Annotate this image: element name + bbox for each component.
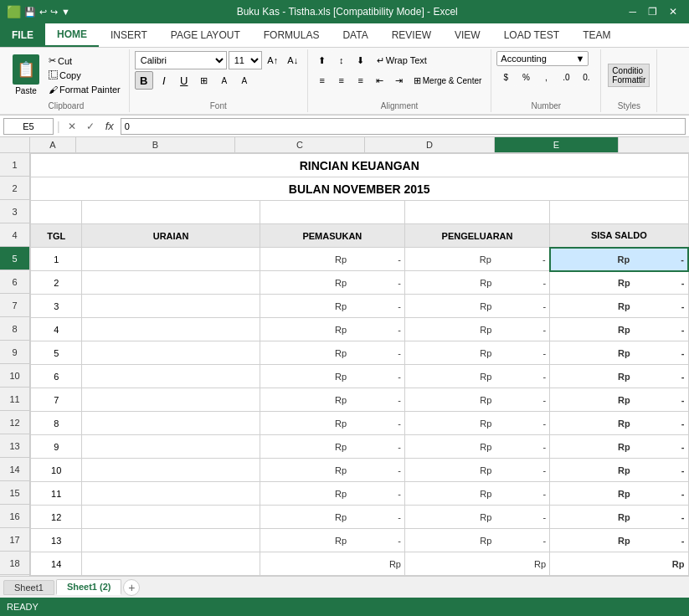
cell-c3[interactable] xyxy=(260,201,404,224)
underline-button[interactable]: U xyxy=(175,71,193,90)
cell-e13[interactable]: Rp - xyxy=(550,435,688,459)
row-num-6[interactable]: 6 xyxy=(0,270,29,294)
cell-a8[interactable]: 4 xyxy=(31,318,82,341)
cell-b3[interactable] xyxy=(82,201,260,224)
cell-e3[interactable] xyxy=(550,201,688,224)
cell-c5[interactable]: Rp - xyxy=(260,248,404,271)
cell-d10[interactable]: Rp - xyxy=(404,365,549,388)
cell-e14[interactable]: Rp - xyxy=(550,459,688,482)
cell-e16[interactable]: Rp - xyxy=(550,506,688,529)
cell-e12[interactable]: Rp - xyxy=(550,412,688,435)
font-shrink-button[interactable]: A↓ xyxy=(284,51,302,69)
cell-c13[interactable]: Rp - xyxy=(260,435,404,459)
cell-e17[interactable]: Rp - xyxy=(550,529,688,552)
format-painter-button[interactable]: 🖌 Format Painter xyxy=(45,83,124,96)
tab-view[interactable]: VIEW xyxy=(443,23,492,47)
increase-indent-button[interactable]: ⇥ xyxy=(390,71,409,90)
tab-home[interactable]: HOME xyxy=(45,23,99,47)
align-bottom-button[interactable]: ⬇ xyxy=(352,51,370,69)
cell-e15[interactable]: Rp - xyxy=(550,482,688,506)
cell-c17[interactable]: Rp - xyxy=(260,529,404,552)
cell-a12[interactable]: 8 xyxy=(31,412,82,435)
add-sheet-button[interactable]: + xyxy=(123,579,140,596)
cell-b7[interactable] xyxy=(82,295,260,318)
row-num-18[interactable]: 18 xyxy=(0,552,29,575)
cell-e5[interactable]: Rp - xyxy=(550,248,688,271)
sheet-tab-2[interactable]: Sheet1 (2) xyxy=(56,579,122,595)
row-num-8[interactable]: 8 xyxy=(0,317,29,341)
cell-c15[interactable]: Rp - xyxy=(260,482,404,506)
cell-a13[interactable]: 9 xyxy=(31,435,82,459)
align-right-button[interactable]: ≡ xyxy=(352,71,370,90)
cell-b8[interactable] xyxy=(82,318,260,341)
col-header-e[interactable]: E xyxy=(495,137,619,152)
cell-a15[interactable]: 11 xyxy=(31,482,82,506)
conditional-formatting-button[interactable]: ConditioFormattir xyxy=(608,64,650,87)
number-format-dropdown[interactable]: Accounting ▼ xyxy=(496,51,589,66)
formula-cancel-button[interactable]: ✕ xyxy=(64,118,80,135)
cell-c8[interactable]: Rp - xyxy=(260,318,404,341)
row-num-1[interactable]: 1 xyxy=(0,153,29,177)
cell-a5[interactable]: 1 xyxy=(31,248,82,271)
minimize-button[interactable]: ─ xyxy=(624,6,641,18)
quick-access-save[interactable]: 💾 xyxy=(24,7,36,18)
align-middle-button[interactable]: ↕ xyxy=(332,51,351,69)
cell-d14[interactable]: Rp - xyxy=(404,459,549,482)
window-controls[interactable]: ─ ❐ ✕ xyxy=(624,6,682,18)
row-num-11[interactable]: 11 xyxy=(0,388,29,411)
comma-button[interactable]: , xyxy=(537,68,555,86)
cell-d5[interactable]: Rp - xyxy=(404,248,549,271)
cell-a10[interactable]: 6 xyxy=(31,365,82,388)
border-button[interactable]: ⊞ xyxy=(195,71,213,90)
cell-c10[interactable]: Rp - xyxy=(260,365,404,388)
font-name-select[interactable]: Calibri xyxy=(135,51,227,69)
quick-access-undo[interactable]: ↩ xyxy=(39,7,47,18)
row-num-7[interactable]: 7 xyxy=(0,294,29,317)
row-num-9[interactable]: 9 xyxy=(0,341,29,364)
cell-c12[interactable]: Rp - xyxy=(260,412,404,435)
cell-b17[interactable] xyxy=(82,529,260,552)
tab-team[interactable]: TEAM xyxy=(571,23,622,47)
formula-confirm-button[interactable]: ✓ xyxy=(82,118,99,135)
cell-a14[interactable]: 10 xyxy=(31,459,82,482)
decrease-indent-button[interactable]: ⇤ xyxy=(371,71,389,90)
cell-a6[interactable]: 2 xyxy=(31,271,82,295)
tab-data[interactable]: DATA xyxy=(331,23,379,47)
currency-button[interactable]: $ xyxy=(496,68,515,86)
cell-e9[interactable]: Rp - xyxy=(550,341,688,365)
font-grow-button[interactable]: A↑ xyxy=(264,51,282,69)
cell-a3[interactable] xyxy=(31,201,82,224)
row-num-17[interactable]: 17 xyxy=(0,528,29,552)
align-top-button[interactable]: ⬆ xyxy=(313,51,332,69)
copy-button[interactable]: ⿺ Copy xyxy=(45,69,124,82)
font-color-button[interactable]: A xyxy=(235,71,254,90)
decrease-decimal-button[interactable]: .0 xyxy=(557,68,575,86)
row-num-16[interactable]: 16 xyxy=(0,505,29,528)
cell-a11[interactable]: 7 xyxy=(31,388,82,412)
close-button[interactable]: ✕ xyxy=(664,6,682,18)
paste-button[interactable]: 📋 Paste xyxy=(8,52,44,98)
cell-e11[interactable]: Rp - xyxy=(550,388,688,412)
cell-d15[interactable]: Rp - xyxy=(404,482,549,506)
cell-d18[interactable]: Rp xyxy=(404,552,549,576)
cell-d17[interactable]: Rp - xyxy=(404,529,549,552)
sheet-tab-1[interactable]: Sheet1 xyxy=(3,580,54,595)
italic-button[interactable]: I xyxy=(155,71,173,90)
cell-c7[interactable]: Rp - xyxy=(260,295,404,318)
cell-a9[interactable]: 5 xyxy=(31,341,82,365)
row-num-10[interactable]: 10 xyxy=(0,364,29,388)
quick-access-more[interactable]: ▼ xyxy=(61,7,70,17)
formula-input[interactable] xyxy=(121,118,686,135)
tab-page-layout[interactable]: PAGE LAYOUT xyxy=(159,23,252,47)
cell-e4[interactable]: SISA SALDO xyxy=(550,224,688,248)
row-num-13[interactable]: 13 xyxy=(0,434,29,458)
cell-c9[interactable]: Rp - xyxy=(260,341,404,365)
row-num-12[interactable]: 12 xyxy=(0,411,29,434)
cell-a7[interactable]: 3 xyxy=(31,295,82,318)
cell-e18[interactable]: Rp xyxy=(550,552,688,576)
row-num-15[interactable]: 15 xyxy=(0,481,29,505)
cell-d13[interactable]: Rp - xyxy=(404,435,549,459)
tab-load-test[interactable]: LOAD TEST xyxy=(492,23,571,47)
cell-b6[interactable] xyxy=(82,271,260,295)
cell-b13[interactable] xyxy=(82,435,260,459)
